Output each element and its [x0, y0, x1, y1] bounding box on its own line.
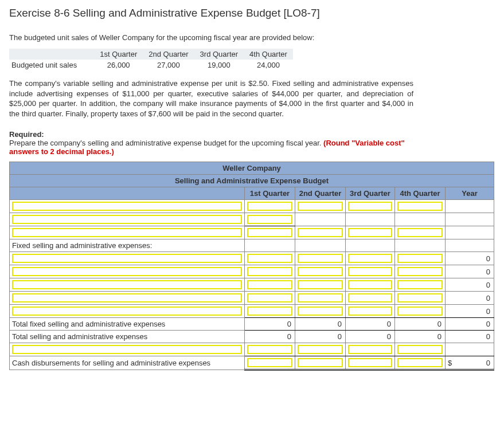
company-header: Weller Company — [10, 162, 494, 175]
value-input[interactable] — [397, 306, 443, 316]
col-year: Year — [446, 187, 494, 200]
label-input[interactable] — [12, 280, 242, 289]
deduction-row — [10, 343, 494, 356]
value-input[interactable] — [247, 254, 292, 263]
fixed-expense-row: 0 — [10, 305, 494, 318]
total-sa-value: 0 — [346, 331, 395, 343]
value-input[interactable] — [298, 254, 343, 263]
value-input[interactable] — [397, 202, 443, 211]
total-sa-value: 0 — [446, 331, 494, 343]
value-input[interactable] — [247, 306, 292, 316]
value-input[interactable] — [247, 202, 292, 211]
year-total: 0 — [446, 305, 494, 318]
value-input[interactable] — [397, 228, 443, 237]
value-input[interactable] — [397, 293, 443, 302]
problem-description: The company's variable selling and admin… — [9, 78, 413, 119]
label-input[interactable] — [12, 267, 242, 276]
value-input[interactable] — [247, 293, 292, 302]
col-header: 1st Quarter — [94, 49, 143, 60]
fixed-expense-row: 0 — [10, 252, 494, 265]
col-header: 4th Quarter — [244, 49, 293, 60]
col-header: 3rd Quarter — [194, 49, 244, 60]
total-fixed-value: 0 — [346, 318, 395, 331]
required-text: Prepare the company's selling and admini… — [9, 139, 323, 147]
value-input[interactable] — [247, 345, 292, 354]
total-fixed-value: 0 — [245, 318, 295, 331]
year-total: 0 — [446, 265, 494, 278]
col-header: 2nd Quarter — [143, 49, 194, 60]
cash-disb-row: Cash disbursements for selling and admin… — [10, 356, 494, 370]
value-input[interactable] — [397, 280, 443, 289]
label-input[interactable] — [12, 254, 242, 263]
total-sa-value: 0 — [295, 331, 346, 343]
total-fixed-value: 0 — [395, 318, 446, 331]
total-sa-value: 0 — [245, 331, 295, 343]
fixed-expense-row: 0 — [10, 292, 494, 305]
unit-sales-table: 1st Quarter 2nd Quarter 3rd Quarter 4th … — [9, 49, 293, 70]
value-input[interactable] — [298, 306, 343, 316]
value-input[interactable] — [348, 306, 392, 316]
total-sa-label: Total selling and administrative expense… — [10, 331, 245, 343]
value-input[interactable] — [247, 358, 292, 367]
total-sa-value: 0 — [395, 331, 446, 343]
value-input[interactable] — [348, 358, 392, 367]
budget-worksheet: Weller Company Selling and Administrativ… — [9, 162, 494, 371]
value-input[interactable] — [298, 358, 343, 367]
value-input[interactable] — [298, 280, 343, 289]
value-input[interactable] — [348, 254, 392, 263]
col-q3: 3rd Quarter — [346, 187, 395, 200]
year-total: 0 — [446, 292, 494, 305]
value-input[interactable] — [298, 267, 343, 276]
cash-disb-label: Cash disbursements for selling and admin… — [10, 356, 245, 370]
fixed-expenses-header: Fixed selling and administrative expense… — [10, 239, 245, 252]
intro-text: The budgeted unit sales of Weller Compan… — [9, 33, 495, 42]
fixed-expense-row: 0 — [10, 265, 494, 278]
fixed-expense-row: 0 — [10, 278, 494, 292]
col-q4: 4th Quarter — [395, 187, 446, 200]
page-title: Exercise 8-6 Selling and Administrative … — [9, 7, 495, 19]
value-input[interactable] — [348, 267, 392, 276]
input-row — [10, 226, 494, 239]
value-input[interactable] — [247, 215, 292, 224]
budget-subtitle: Selling and Administrative Expense Budge… — [10, 175, 494, 187]
label-input[interactable] — [12, 306, 242, 316]
col-q1: 1st Quarter — [245, 187, 295, 200]
input-row — [10, 213, 494, 226]
value-input[interactable] — [348, 345, 392, 354]
value-input[interactable] — [298, 228, 343, 237]
value-input[interactable] — [397, 345, 443, 354]
year-total: 0 — [446, 252, 494, 265]
label-input[interactable] — [12, 293, 242, 302]
sales-value: 19,000 — [194, 60, 244, 70]
value-input[interactable] — [397, 267, 443, 276]
row-label: Budgeted unit sales — [9, 60, 94, 70]
value-input[interactable] — [298, 293, 343, 302]
value-input[interactable] — [298, 345, 343, 354]
value-input[interactable] — [348, 293, 392, 302]
year-total: 0 — [446, 278, 494, 292]
value-input[interactable] — [397, 358, 443, 367]
value-input[interactable] — [247, 280, 292, 289]
label-input[interactable] — [12, 215, 242, 224]
value-input[interactable] — [298, 202, 343, 211]
total-fixed-value: 0 — [295, 318, 346, 331]
value-input[interactable] — [348, 228, 392, 237]
value-input[interactable] — [397, 254, 443, 263]
value-input[interactable] — [348, 202, 392, 211]
sales-value: 26,000 — [94, 60, 143, 70]
value-input[interactable] — [247, 267, 292, 276]
label-input[interactable] — [12, 228, 242, 237]
required-label: Required: — [9, 130, 44, 139]
input-row — [10, 200, 494, 213]
sales-value: 27,000 — [143, 60, 194, 70]
col-q2: 2nd Quarter — [295, 187, 346, 200]
total-fixed-label: Total fixed selling and administrative e… — [10, 318, 245, 331]
label-input[interactable] — [12, 345, 242, 354]
value-input[interactable] — [348, 280, 392, 289]
total-fixed-row: Total fixed selling and administrative e… — [10, 318, 494, 331]
label-input[interactable] — [12, 202, 242, 211]
value-input[interactable] — [247, 228, 292, 237]
total-sa-row: Total selling and administrative expense… — [10, 331, 494, 343]
sales-value: 24,000 — [244, 60, 293, 70]
cash-disb-year: $0 — [446, 356, 494, 370]
